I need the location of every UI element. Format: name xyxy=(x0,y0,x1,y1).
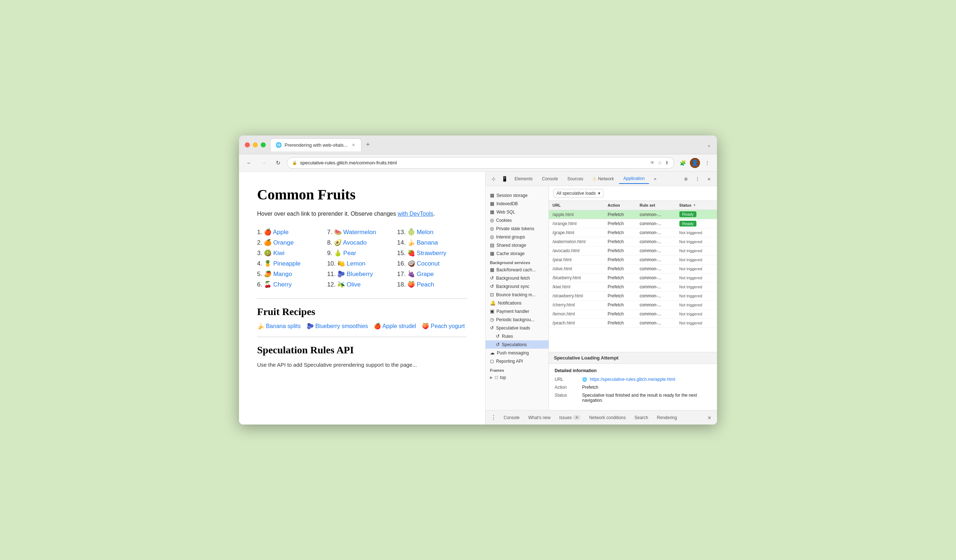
sidebar-item-push-messaging[interactable]: ☁Push messaging xyxy=(486,349,549,357)
table-row[interactable]: /lemon.html Prefetch common-... Not trig… xyxy=(549,309,717,318)
fruit-link[interactable]: Pineapple xyxy=(274,260,301,267)
col-ruleset[interactable]: Rule set xyxy=(636,201,676,210)
fruit-link[interactable]: Watermelon xyxy=(343,229,376,235)
sidebar-item-rules[interactable]: ↺Rules xyxy=(486,332,549,340)
profile-icon[interactable]: 👤 xyxy=(690,157,700,168)
sidebar-item-frames-top[interactable]: ▶□top xyxy=(486,373,549,381)
col-url[interactable]: URL xyxy=(549,201,604,210)
col-action[interactable]: Action xyxy=(604,201,636,210)
fruit-link[interactable]: Avocado xyxy=(343,239,366,246)
bottom-tab-console[interactable]: Console xyxy=(500,413,523,422)
table-row[interactable]: /avocado.html Prefetch common-... Not tr… xyxy=(549,246,717,255)
bottom-more-icon[interactable]: ⋮ xyxy=(489,413,498,422)
fruit-link[interactable]: Strawberry xyxy=(417,249,446,257)
fruit-link[interactable]: Apple xyxy=(273,229,289,235)
tab-dropdown-icon[interactable]: ⌄ xyxy=(707,142,711,148)
sidebar-item-speculations[interactable]: ↺Speculations xyxy=(486,340,549,349)
devtools-select-icon[interactable]: ⊹ xyxy=(489,174,498,184)
fruit-link[interactable]: Banana xyxy=(417,239,438,246)
sort-icon[interactable]: ▼ xyxy=(693,203,696,207)
sidebar-item-private-state-tokens[interactable]: ◎Private state tokens xyxy=(486,224,549,233)
fruit-link[interactable]: Mango xyxy=(274,271,292,278)
tab-elements[interactable]: Elements xyxy=(510,174,537,184)
minimize-traffic-light[interactable] xyxy=(253,142,258,147)
sidebar-item-cache-storage[interactable]: ▦Cache storage xyxy=(486,249,549,257)
sidebar-item-payment-handler[interactable]: ▣Payment handler xyxy=(486,307,549,315)
fruit-link[interactable]: Olive xyxy=(347,281,361,288)
new-tab-button[interactable]: + xyxy=(363,140,373,150)
sidebar-item-interest-groups[interactable]: ◎Interest groups xyxy=(486,233,549,241)
address-bar[interactable]: 🔒 speculative-rules.glitch.me/common-fru… xyxy=(287,157,675,169)
bottom-tab-network-conditions[interactable]: Network conditions xyxy=(585,413,629,422)
devtools-link[interactable]: with DevTools xyxy=(398,211,434,217)
sidebar-item-web-sql[interactable]: ▦Web SQL xyxy=(486,208,549,216)
bottom-tab-rendering[interactable]: Rendering xyxy=(653,413,681,422)
table-row[interactable]: /cherry.html Prefetch common-... Not tri… xyxy=(549,300,717,309)
sidebar-item-periodic-backgrou-[interactable]: ◷Periodic backgrou... xyxy=(486,315,549,324)
sidebar-item-indexeddb[interactable]: ▦IndexedDB xyxy=(486,199,549,208)
fruit-link[interactable]: Blueberry xyxy=(347,271,373,278)
recipe-link[interactable]: 🍎 Apple strudel xyxy=(374,323,416,329)
devtools-device-icon[interactable]: 📱 xyxy=(499,174,509,184)
speculative-filter-dropdown[interactable]: All speculative loads ▾ xyxy=(553,189,604,198)
settings-icon[interactable]: ⚙ xyxy=(681,174,691,184)
tab-sources[interactable]: Sources xyxy=(563,174,588,184)
sidebar-item-session-storage[interactable]: ▦Session storage xyxy=(486,191,549,199)
avatar[interactable]: 👤 xyxy=(690,158,700,168)
sidebar-item-speculative-loads[interactable]: ↺Speculative loads xyxy=(486,324,549,332)
table-row[interactable]: /kiwi.html Prefetch common-... Not trigg… xyxy=(549,282,717,291)
tab-more[interactable]: » xyxy=(650,174,661,184)
col-status[interactable]: Status ▼ xyxy=(676,201,717,210)
extensions-icon[interactable]: 🧩 xyxy=(677,157,688,168)
recipe-link[interactable]: 🍑 Peach yogurt xyxy=(422,323,465,329)
fruit-link[interactable]: Orange xyxy=(274,239,294,246)
recipe-link[interactable]: 🫐 Blueberry smoothies xyxy=(307,323,368,329)
sidebar-item-back-forward-cach-[interactable]: ▦Back/forward cach... xyxy=(486,265,549,274)
sidebar-item-background-fetch[interactable]: ↺Background fetch xyxy=(486,274,549,282)
sidebar-item-shared-storage[interactable]: ▤Shared storage xyxy=(486,241,549,249)
bottom-tab-search[interactable]: Search xyxy=(631,413,652,422)
table-row[interactable]: /peach.html Prefetch common-... Not trig… xyxy=(549,318,717,327)
table-row[interactable]: /pear.html Prefetch common-... Not trigg… xyxy=(549,255,717,264)
devtools-close-icon[interactable]: ✕ xyxy=(704,174,714,184)
bottom-close-button[interactable]: ✕ xyxy=(705,413,714,422)
table-row[interactable]: /apple.html Prefetch common-... Ready xyxy=(549,210,717,219)
tab-console[interactable]: Console xyxy=(538,174,562,184)
table-row[interactable]: /watermelon.html Prefetch common-... Not… xyxy=(549,237,717,246)
fruit-link[interactable]: Kiwi xyxy=(274,249,285,257)
more-options-icon[interactable]: ⋮ xyxy=(702,157,713,168)
fruit-link[interactable]: Lemon xyxy=(347,260,366,267)
fruit-link[interactable]: Melon xyxy=(417,229,433,235)
close-traffic-light[interactable] xyxy=(245,142,250,147)
sidebar-item-reporting-api[interactable]: ◻Reporting API xyxy=(486,357,549,365)
sidebar-item-cookies[interactable]: ◎Cookies xyxy=(486,216,549,224)
table-row[interactable]: /orange.html Prefetch common-... Ready xyxy=(549,219,717,228)
tab-network[interactable]: ⚠Network xyxy=(588,174,618,184)
star-icon[interactable]: ☆ xyxy=(658,160,662,165)
table-row[interactable]: /strawberry.html Prefetch common-... Not… xyxy=(549,291,717,300)
fullscreen-traffic-light[interactable] xyxy=(261,142,266,147)
reload-button[interactable]: ↻ xyxy=(272,157,284,169)
bottom-tab-issues[interactable]: Issues ✕ xyxy=(556,413,584,422)
tab-application[interactable]: Application xyxy=(619,174,649,184)
recipe-link[interactable]: 🍌 Banana splits xyxy=(257,323,301,329)
fruit-link[interactable]: Peach xyxy=(417,281,434,288)
table-row[interactable]: /blueberry.html Prefetch common-... Not … xyxy=(549,273,717,282)
back-button[interactable]: ← xyxy=(243,157,255,169)
table-row[interactable]: /olive.html Prefetch common-... Not trig… xyxy=(549,264,717,273)
sidebar-item-bounce-tracking-m-[interactable]: ⊡Bounce tracking m... xyxy=(486,290,549,299)
forward-button[interactable]: → xyxy=(258,157,269,169)
fruit-link[interactable]: Coconut xyxy=(417,260,439,267)
active-tab[interactable]: 🌐 Prerendering with web-vitals... ✕ xyxy=(270,138,362,151)
fruit-link[interactable]: Pear xyxy=(343,249,356,257)
tab-close-button[interactable]: ✕ xyxy=(351,142,356,148)
sidebar-item-notifications[interactable]: 🔔Notifications xyxy=(486,299,549,307)
table-row[interactable]: /grape.html Prefetch common-... Not trig… xyxy=(549,228,717,237)
sidebar-item-background-sync[interactable]: ↺Background sync xyxy=(486,282,549,290)
sla-url-link[interactable]: https://speculative-rules.glitch.me/appl… xyxy=(590,377,675,382)
devtools-more-icon[interactable]: ⋮ xyxy=(692,174,703,184)
fruit-link[interactable]: Grape xyxy=(417,271,434,278)
bottom-tab-whatsnew[interactable]: What's new xyxy=(525,413,554,422)
download-icon[interactable]: ⬆ xyxy=(665,160,669,165)
fruit-link[interactable]: Cherry xyxy=(274,281,292,288)
